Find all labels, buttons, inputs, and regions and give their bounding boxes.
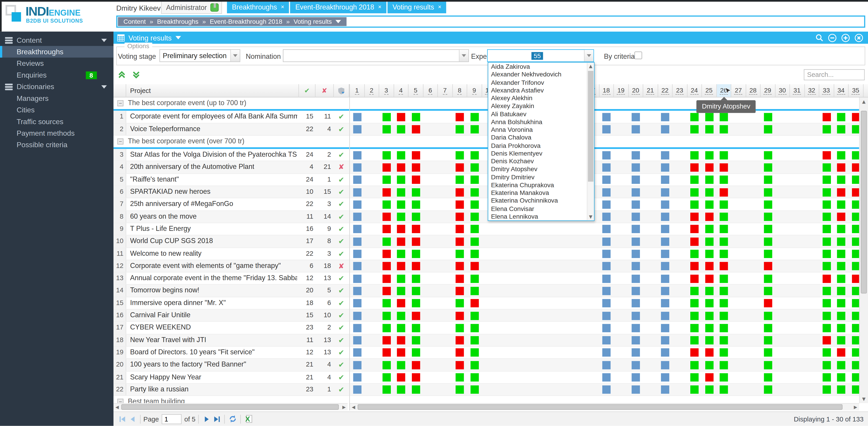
table-row[interactable]: 20100 years to the factory "Red Banner"2… <box>114 359 349 371</box>
expert-column-header-29[interactable]: 29 <box>761 84 775 97</box>
dropdown-item[interactable]: Alexander Nekhvedovich <box>488 70 594 79</box>
dropdown-item[interactable]: Ekaterina Manakova <box>488 189 594 197</box>
dropdown-item[interactable]: Daria Chalova <box>488 134 594 142</box>
expert-column-header-34[interactable]: 34 <box>834 84 848 97</box>
logout-icon[interactable] <box>210 3 219 12</box>
table-row[interactable]: 22Party like a russian231✔ <box>114 384 349 396</box>
right-horizontal-thumb[interactable] <box>358 404 842 410</box>
table-row[interactable]: 12Corporate event with elements of "game… <box>114 260 349 273</box>
table-row[interactable]: 21Scary Happy New Year214✔ <box>114 371 349 384</box>
table-row[interactable]: 11Welcome to new reality223✔ <box>114 248 349 260</box>
expert-column-header-9[interactable]: 9 <box>467 84 482 97</box>
approval-column-header[interactable] <box>334 84 349 97</box>
table-row-votes[interactable] <box>350 211 859 223</box>
expert-column-header-30[interactable]: 30 <box>775 84 790 97</box>
breadcrumb[interactable]: Content»Breakthroughs»Event-Breakthrough… <box>116 16 865 28</box>
dropdown-item[interactable]: Daria Prokhorova <box>488 142 594 149</box>
table-row[interactable]: 16Carnival Fair Unitile1510✔ <box>114 309 349 322</box>
breadcrumb-item[interactable]: Content <box>123 17 146 26</box>
next-page-button[interactable] <box>202 414 212 424</box>
table-row[interactable]: 2Voice Teleperformance224✔ <box>114 123 349 136</box>
expert-column-header-27[interactable]: 27 <box>731 84 746 97</box>
dropdown-scroll-thumb[interactable] <box>588 71 593 182</box>
expert-column-header-21[interactable]: 21 <box>643 84 658 97</box>
table-row[interactable]: 9T Plus - Life Energy169✔ <box>114 223 349 236</box>
scroll-left-icon[interactable]: ◀ <box>114 404 121 411</box>
table-row[interactable]: 3Star Atlas for the Volga Division of th… <box>114 149 349 161</box>
dropdown-item[interactable]: Elena Lennikova <box>488 213 594 220</box>
tab-close-icon[interactable]: × <box>378 1 381 13</box>
group-collapse-icon[interactable]: − <box>117 100 123 106</box>
expert-column-header-24[interactable]: 24 <box>687 84 702 97</box>
expand-all-icon[interactable] <box>115 69 128 80</box>
nomination-arrow[interactable] <box>459 50 468 61</box>
by-criteria-checkbox[interactable] <box>634 52 642 59</box>
table-row-votes[interactable] <box>350 359 859 371</box>
sidebar-section-content[interactable]: Content <box>0 34 114 46</box>
sidebar-section-dictionaries[interactable]: Dictionaries <box>0 81 114 92</box>
sidebar-item-possible-criteria[interactable]: Possible criteria <box>0 139 114 151</box>
close-icon[interactable] <box>855 33 863 42</box>
expert-column-header-25[interactable]: 25 <box>702 84 717 97</box>
expert-column-header-1[interactable]: 1 <box>350 84 365 97</box>
table-row-votes[interactable] <box>350 272 859 285</box>
expert-arrow[interactable] <box>584 50 594 61</box>
expert-column-header-20[interactable]: 20 <box>629 84 643 97</box>
tab-event-breakthrough-2018[interactable]: Event-Breakthrough 2018× <box>290 1 386 13</box>
sidebar-item-payment-methods[interactable]: Payment methods <box>0 127 114 139</box>
collapse-icon[interactable] <box>828 33 837 42</box>
dropdown-scroll-up-icon[interactable]: ▲ <box>587 64 594 69</box>
table-row-votes[interactable] <box>350 322 859 334</box>
dropdown-item[interactable]: Denis Klementyev <box>488 149 594 157</box>
table-row-votes[interactable] <box>350 186 859 199</box>
project-column-header[interactable]: Project <box>126 84 299 97</box>
dropdown-scroll-down-icon[interactable]: ▼ <box>587 214 594 219</box>
dropdown-item[interactable]: Ali Batukaev <box>488 110 594 118</box>
vertical-scroll-thumb[interactable] <box>861 111 867 294</box>
expert-column-header-33[interactable]: 33 <box>819 84 834 97</box>
prev-page-button[interactable] <box>127 414 137 424</box>
sidebar-item-breakthroughs[interactable]: Breakthroughs <box>0 46 114 57</box>
table-row-votes[interactable] <box>350 371 859 384</box>
expert-column-header-2[interactable]: 2 <box>365 84 379 97</box>
sidebar-item-traffic-sources[interactable]: Traffic sources <box>0 116 114 127</box>
expert-column-header-28[interactable]: 28 <box>746 84 761 97</box>
table-row-votes[interactable] <box>350 260 859 273</box>
table-row-votes[interactable] <box>350 235 859 248</box>
table-row-votes[interactable] <box>350 248 859 260</box>
table-row[interactable]: 17CYBER WEEKEND232✔ <box>114 322 349 334</box>
dropdown-item[interactable]: Elena Convisar <box>488 205 594 213</box>
table-row-votes[interactable] <box>350 111 859 123</box>
expert-column-header-4[interactable]: 4 <box>394 84 408 97</box>
dropdown-item[interactable]: Ekaterina Ovchinnikova <box>488 197 594 205</box>
table-row[interactable]: 6SPARTAKIAD new heroes1015✔ <box>114 186 349 199</box>
table-row-votes[interactable] <box>350 161 859 174</box>
tab-breakthroughs[interactable]: Breakthroughs× <box>227 1 289 13</box>
table-row-votes[interactable] <box>350 223 859 236</box>
dropdown-item[interactable]: Ekaterina Chuprakova <box>488 181 594 189</box>
table-row[interactable]: 1Corporate event for employees of Alfa B… <box>114 111 349 123</box>
table-row-votes[interactable] <box>350 149 859 161</box>
table-row-votes[interactable] <box>350 174 859 186</box>
search-input[interactable] <box>804 69 865 80</box>
breadcrumb-item[interactable]: Breakthroughs <box>157 17 198 26</box>
dropdown-item[interactable]: Dmitry Dmitriev <box>488 173 594 181</box>
expert-column-header-6[interactable]: 6 <box>423 84 438 97</box>
table-row[interactable]: 18New Year Travel with JTI1113✔ <box>114 334 349 347</box>
tab-close-icon[interactable]: × <box>438 1 441 13</box>
table-row-votes[interactable] <box>350 199 859 211</box>
maximize-icon[interactable] <box>841 33 850 42</box>
dropdown-scrollbar[interactable]: ▲ ▼ <box>587 63 594 220</box>
left-horizontal-thumb[interactable] <box>121 404 339 410</box>
expert-column-header-32[interactable]: 32 <box>805 84 819 97</box>
table-row-votes[interactable] <box>350 297 859 309</box>
expert-column-header-31[interactable]: 31 <box>790 84 805 97</box>
expert-column-header-22[interactable]: 22 <box>658 84 673 97</box>
dropdown-item[interactable]: Anna Voronina <box>488 126 594 134</box>
scroll-left-icon[interactable]: ◀ <box>350 404 357 411</box>
no-votes-column-header[interactable]: ✘ <box>315 84 334 97</box>
expert-column-header-23[interactable]: 23 <box>673 84 687 97</box>
sidebar-item-reviews[interactable]: Reviews <box>0 58 114 69</box>
scroll-right-icon[interactable]: ▶ <box>852 404 859 411</box>
vertical-scrollbar[interactable]: ▲ ▼ <box>859 97 868 403</box>
